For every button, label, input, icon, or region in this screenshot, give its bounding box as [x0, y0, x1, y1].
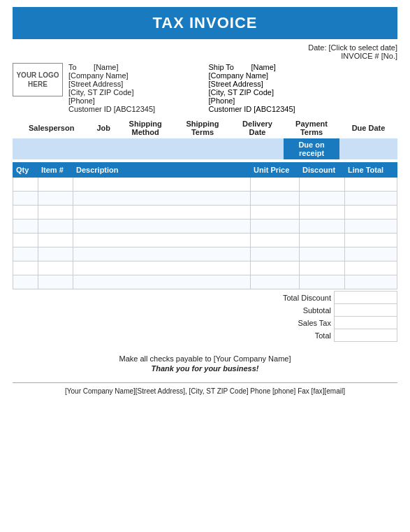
table-cell[interactable] — [345, 275, 397, 289]
items-table: Qty Item # Description Unit Price Discou… — [13, 162, 397, 289]
col-header-item: Item # — [38, 163, 73, 178]
col-header-line-total: Line Total — [345, 163, 397, 178]
table-cell[interactable] — [300, 178, 345, 192]
meta-salesperson[interactable] — [13, 138, 90, 159]
table-row[interactable] — [13, 247, 397, 261]
table-row[interactable] — [13, 233, 397, 247]
table-cell[interactable] — [73, 178, 251, 192]
table-cell[interactable] — [251, 261, 300, 275]
bill-to-label: To — [68, 63, 77, 71]
thank-you-text: Thank you for your business! — [13, 364, 397, 373]
meta-job[interactable] — [90, 138, 117, 159]
table-cell[interactable] — [13, 178, 38, 192]
ship-to-name: [Name] — [251, 63, 275, 71]
meta-header-payment-terms: PaymentTerms — [284, 117, 339, 138]
table-cell[interactable] — [251, 206, 300, 220]
ship-to-street: [Street Address] — [209, 80, 398, 88]
table-cell[interactable] — [300, 206, 345, 220]
table-cell[interactable] — [38, 261, 73, 275]
table-cell[interactable] — [251, 192, 300, 206]
table-cell[interactable] — [345, 247, 397, 261]
table-cell[interactable] — [73, 233, 251, 247]
table-cell[interactable] — [38, 192, 73, 206]
table-cell[interactable] — [300, 247, 345, 261]
table-cell[interactable] — [73, 275, 251, 289]
table-row[interactable] — [13, 220, 397, 233]
meta-header-salesperson: Salesperson — [13, 117, 90, 138]
table-cell[interactable] — [300, 261, 345, 275]
table-cell[interactable] — [73, 220, 251, 233]
table-cell[interactable] — [73, 247, 251, 261]
table-row[interactable] — [13, 178, 397, 192]
bill-to-customerid-label: Customer ID — [68, 105, 112, 113]
table-cell[interactable] — [38, 233, 73, 247]
ship-to-label: Ship To — [209, 63, 235, 71]
ship-to-customerid-value: [ABC12345] — [254, 105, 295, 113]
meta-header-delivery-date: DeliveryDate — [231, 117, 284, 138]
table-cell[interactable] — [300, 233, 345, 247]
table-cell[interactable] — [13, 275, 38, 289]
table-cell[interactable] — [13, 247, 38, 261]
bill-to-address: To [Name] [Company Name] [Street Address… — [68, 63, 202, 113]
col-header-description: Description — [73, 163, 251, 178]
table-cell[interactable] — [345, 220, 397, 233]
meta-header-shipping-terms: ShippingTerms — [174, 117, 231, 138]
meta-due-date[interactable] — [339, 138, 397, 159]
address-section: YOUR LOGO HERE To [Name] [Company Name] … — [13, 63, 397, 113]
total-discount-value[interactable] — [335, 292, 397, 304]
ship-to-customerid: Customer ID [ABC12345] — [209, 105, 398, 113]
table-cell[interactable] — [13, 233, 38, 247]
table-cell[interactable] — [345, 192, 397, 206]
invoice-page: TAX INVOICE Date: [Click to select date]… — [0, 0, 410, 532]
table-cell[interactable] — [300, 192, 345, 206]
subtotal-value[interactable] — [335, 304, 397, 317]
table-cell[interactable] — [13, 261, 38, 275]
table-cell[interactable] — [13, 192, 38, 206]
table-row[interactable] — [13, 275, 397, 289]
logo-box: YOUR LOGO HERE — [13, 63, 63, 96]
table-cell[interactable] — [345, 178, 397, 192]
table-cell[interactable] — [251, 247, 300, 261]
table-cell[interactable] — [251, 178, 300, 192]
table-cell[interactable] — [345, 261, 397, 275]
table-row[interactable] — [13, 192, 397, 206]
table-cell[interactable] — [345, 233, 397, 247]
table-cell[interactable] — [73, 206, 251, 220]
table-cell[interactable] — [251, 233, 300, 247]
table-cell[interactable] — [13, 206, 38, 220]
ship-to-phone: [Phone] — [209, 96, 398, 105]
invoice-value[interactable]: [No.] — [381, 52, 397, 60]
invoice-title: TAX INVOICE — [13, 7, 397, 39]
date-invoice-row: Date: [Click to select date] INVOICE # [… — [13, 43, 397, 60]
sales-tax-value[interactable] — [335, 317, 397, 329]
table-cell[interactable] — [38, 275, 73, 289]
table-row[interactable] — [13, 206, 397, 220]
table-cell[interactable] — [38, 220, 73, 233]
table-cell[interactable] — [251, 275, 300, 289]
table-cell[interactable] — [345, 206, 397, 220]
meta-shipping-terms[interactable] — [174, 138, 231, 159]
table-cell[interactable] — [73, 192, 251, 206]
total-discount-label: Total Discount — [224, 292, 335, 304]
date-value[interactable]: [Click to select date] — [329, 43, 397, 52]
table-row[interactable] — [13, 261, 397, 275]
meta-shipping-method[interactable] — [117, 138, 174, 159]
total-value[interactable] — [335, 329, 397, 342]
table-cell[interactable] — [13, 220, 38, 233]
meta-delivery-date[interactable] — [231, 138, 284, 159]
table-cell[interactable] — [38, 206, 73, 220]
meta-header-job: Job — [90, 117, 117, 138]
table-cell[interactable] — [73, 261, 251, 275]
table-cell[interactable] — [300, 275, 345, 289]
bill-to-phone: [Phone] — [68, 96, 202, 105]
bill-to-label-row: To [Name] — [68, 63, 202, 71]
table-cell[interactable] — [38, 247, 73, 261]
footer-note: Make all checks payable to [Your Company… — [13, 354, 397, 373]
table-cell[interactable] — [251, 220, 300, 233]
table-cell[interactable] — [38, 178, 73, 192]
table-cell[interactable] — [300, 220, 345, 233]
ship-to-section: Ship To [Name] [Company Name] [Street Ad… — [202, 63, 398, 113]
meta-payment-terms[interactable]: Due onreceipt — [284, 138, 339, 159]
ship-to-company: [Company Name] — [209, 71, 398, 80]
totals-table: Total Discount Subtotal Sales Tax Total — [13, 291, 397, 342]
